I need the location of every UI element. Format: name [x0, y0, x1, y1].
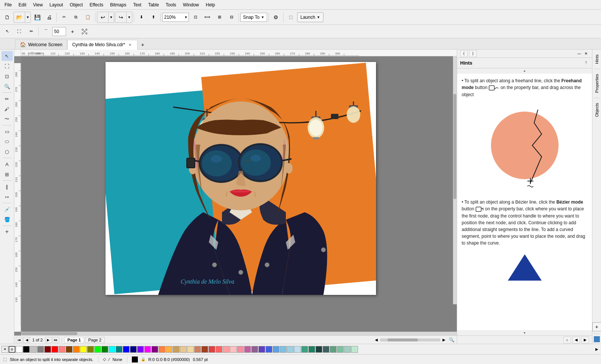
tool-add[interactable]: +	[2, 227, 13, 237]
open-button[interactable]: 📂	[14, 12, 25, 23]
page-prev-btn[interactable]: ◀	[23, 337, 30, 343]
page-tab-1[interactable]: Page 1	[64, 337, 84, 343]
paste-button[interactable]: 📋	[82, 12, 94, 23]
pagenav-scroll-right[interactable]: ▶	[441, 337, 447, 343]
color-swatch[interactable]	[159, 346, 165, 353]
color-swatch[interactable]	[180, 346, 187, 353]
snap-to-group[interactable]: Snap To ▼	[240, 13, 267, 22]
color-swatch[interactable]	[187, 346, 194, 353]
menu-view[interactable]: View	[30, 2, 46, 8]
vscroll-thumb[interactable]	[453, 94, 456, 199]
color-swatch[interactable]	[151, 346, 158, 353]
view-table[interactable]: ⊞	[214, 12, 225, 23]
hscroll-bar2[interactable]	[380, 338, 440, 341]
color-swatch[interactable]	[30, 346, 37, 353]
hints-forward-btn[interactable]: ⟨	[460, 50, 468, 57]
hints-help-btn[interactable]: ?	[583, 60, 589, 66]
tool-paint[interactable]: 🪣	[2, 214, 13, 224]
color-swatch[interactable]	[266, 346, 272, 353]
print-button[interactable]: 🖨	[44, 12, 55, 23]
color-swatch[interactable]	[73, 346, 80, 353]
undo-dropdown[interactable]: ▼	[109, 12, 114, 23]
color-swatch[interactable]	[66, 346, 72, 353]
hints-prev-btn[interactable]: ◀	[572, 337, 580, 343]
export-button[interactable]: ⬆	[148, 12, 159, 23]
tool-freehand[interactable]: ✏	[2, 94, 13, 104]
color-swatch[interactable]	[130, 346, 137, 353]
hints-next-btn[interactable]: ▶	[581, 337, 589, 343]
color-swatch[interactable]	[237, 346, 244, 353]
hints-scroll-down-btn[interactable]: ▼	[457, 330, 592, 335]
hints-scroll-up-btn[interactable]: ▲	[457, 68, 592, 74]
hints-minimize-btn[interactable]: —	[576, 51, 582, 57]
drawing-area[interactable]: Cynthia de Melo Silva	[21, 56, 457, 332]
new-button[interactable]: 🗋	[2, 12, 13, 23]
menu-file[interactable]: File	[2, 2, 15, 8]
menu-layout[interactable]: Layout	[47, 2, 66, 8]
color-swatch[interactable]	[273, 346, 279, 353]
color-swatch[interactable]	[294, 346, 301, 353]
hints-home-btn[interactable]: ⌂	[563, 337, 571, 343]
node-edit-btn[interactable]: ⛶	[14, 26, 25, 37]
hscroll-thumb[interactable]	[21, 332, 77, 335]
color-swatch[interactable]	[287, 346, 294, 353]
tool-zoom[interactable]: 🔍	[2, 82, 13, 91]
tab-close-icon[interactable]: ✕	[127, 42, 133, 47]
color-swatch[interactable]	[244, 346, 251, 353]
tool-table[interactable]: ⊞	[2, 169, 13, 179]
color-swatch[interactable]	[337, 346, 344, 353]
page-tab-2[interactable]: Page 2	[85, 337, 105, 343]
page-last-btn[interactable]: ⏭	[53, 337, 59, 343]
menu-text[interactable]: Text	[130, 2, 144, 8]
tab-properties-btn[interactable]: Properties	[593, 71, 601, 96]
color-swatch[interactable]	[144, 346, 151, 353]
palette-scroll-right[interactable]: ▶	[594, 346, 599, 353]
color-swatch[interactable]	[258, 346, 265, 353]
color-swatch[interactable]	[316, 346, 322, 353]
scatter-nodes-btn[interactable]	[79, 26, 90, 37]
options-button[interactable]: ⚙	[270, 12, 282, 23]
menu-table[interactable]: Table	[145, 2, 162, 8]
hints-close-btn[interactable]: ✕	[583, 51, 589, 57]
palette-scroll-left[interactable]: ✕	[2, 346, 8, 353]
tool-ellipse[interactable]: ⬭	[2, 137, 13, 147]
tool-node[interactable]: ⛶	[2, 61, 13, 71]
color-swatch[interactable]	[123, 346, 130, 353]
color-swatch[interactable]	[323, 346, 329, 353]
color-swatch[interactable]	[301, 346, 308, 353]
undo-button[interactable]: ↩	[97, 12, 109, 23]
redo-button[interactable]: ↪	[115, 12, 127, 23]
color-swatch[interactable]	[23, 346, 30, 353]
tool-bezier[interactable]: 🖋	[2, 104, 13, 114]
color-swatch[interactable]	[101, 346, 108, 353]
add-node-btn[interactable]: +	[67, 26, 78, 37]
color-swatch[interactable]	[44, 346, 51, 353]
copy-button[interactable]: ⧉	[70, 12, 82, 23]
tab-welcome[interactable]: 🏠 Welcome Screen	[15, 39, 67, 49]
color-swatch[interactable]	[80, 346, 87, 353]
zoom-to-page[interactable]: ⊡	[190, 12, 201, 23]
color-swatch[interactable]	[308, 346, 315, 353]
color-swatch[interactable]	[116, 346, 122, 353]
color-swatch[interactable]	[223, 346, 230, 353]
page-next-btn[interactable]: ▶	[45, 337, 52, 343]
zoom-input[interactable]: 210%	[163, 13, 183, 21]
redo-dropdown[interactable]: ▼	[127, 12, 132, 23]
menu-effects[interactable]: Effects	[87, 2, 106, 8]
zoom-to-width[interactable]: ⟺	[202, 12, 213, 23]
color-swatch[interactable]	[230, 346, 237, 353]
tab-add-button[interactable]: +	[138, 40, 147, 49]
color-swatch[interactable]	[330, 346, 337, 353]
curve-input[interactable]: 50	[53, 27, 66, 36]
color-swatch[interactable]	[16, 346, 23, 353]
color-swatch[interactable]	[59, 346, 65, 353]
tool-rectangle[interactable]: ▭	[2, 127, 13, 136]
tool-eyedropper[interactable]: 💉	[2, 204, 13, 214]
launch-button[interactable]: Launch ▼	[297, 12, 323, 22]
view-screen-button[interactable]: ⬚	[285, 12, 296, 23]
tab-hints-btn[interactable]: Hints	[593, 51, 601, 67]
menu-edit[interactable]: Edit	[15, 2, 29, 8]
color-swatch[interactable]	[37, 346, 44, 353]
menu-bitmaps[interactable]: Bitmaps	[107, 2, 129, 8]
color-swatch[interactable]	[344, 346, 351, 353]
